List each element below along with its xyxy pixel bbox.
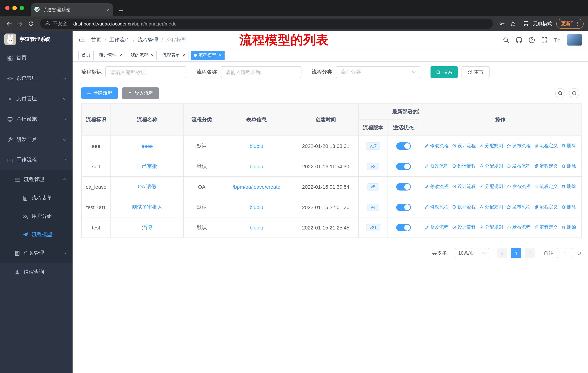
sidebar-item-task-management[interactable]: 任务管理 bbox=[0, 244, 73, 263]
new-tab-button[interactable]: + bbox=[119, 7, 123, 14]
action-delete[interactable]: 删除 bbox=[561, 224, 576, 231]
action-assign[interactable]: 分配规则 bbox=[479, 163, 503, 169]
action-edit[interactable]: 修改流程 bbox=[425, 204, 448, 210]
next-page-button[interactable] bbox=[525, 248, 535, 258]
breadcrumb-item[interactable]: 工作流程 bbox=[109, 37, 130, 43]
user-avatar[interactable] bbox=[567, 34, 582, 46]
create-process-button[interactable]: 新建流程 bbox=[81, 87, 118, 99]
key-icon[interactable] bbox=[497, 19, 507, 28]
tag-tenant-management[interactable]: 租户管理× bbox=[96, 50, 125, 60]
filter-category-select[interactable]: 流程分类 bbox=[336, 66, 420, 78]
help-icon[interactable] bbox=[529, 37, 535, 43]
reset-button[interactable]: 重置 bbox=[462, 66, 490, 78]
sidebar-item-payment-management[interactable]: 支付管理 bbox=[0, 89, 73, 109]
form-info-link[interactable]: biubiu bbox=[250, 204, 263, 210]
goto-page-input[interactable] bbox=[557, 248, 573, 258]
sidebar-item-infrastructure[interactable]: 基础设施 bbox=[0, 109, 73, 129]
sidebar-item-home[interactable]: 首页 bbox=[0, 48, 73, 68]
breadcrumb-item[interactable]: 流程管理 bbox=[138, 37, 158, 43]
github-icon[interactable] bbox=[515, 36, 522, 43]
action-assign[interactable]: 分配规则 bbox=[479, 143, 503, 149]
model-name-link[interactable]: 滔博 bbox=[142, 224, 152, 230]
bookmark-star-icon[interactable] bbox=[508, 19, 518, 28]
tag-close-icon[interactable]: × bbox=[151, 53, 153, 58]
action-delete[interactable]: 删除 bbox=[561, 184, 576, 190]
model-name-link[interactable]: 自己审批 bbox=[137, 163, 157, 169]
active-toggle[interactable] bbox=[396, 224, 411, 231]
sidebar-item-process-management[interactable]: 流程管理 bbox=[0, 170, 73, 189]
action-edit[interactable]: 修改流程 bbox=[425, 184, 448, 190]
font-size-icon[interactable]: TT bbox=[554, 37, 561, 43]
form-info-link[interactable]: biubiu bbox=[250, 225, 263, 230]
tag-home[interactable]: 首页 bbox=[78, 50, 94, 60]
form-info-link[interactable]: biubiu bbox=[250, 143, 263, 149]
action-definition[interactable]: 流程定义 bbox=[534, 163, 558, 169]
action-design[interactable]: 设计流程 bbox=[452, 204, 476, 210]
action-assign[interactable]: 分配规则 bbox=[479, 224, 503, 231]
prev-page-button[interactable] bbox=[497, 248, 507, 258]
window-minimize-button[interactable] bbox=[12, 6, 17, 10]
action-delete[interactable]: 删除 bbox=[561, 204, 576, 210]
page-number-button[interactable]: 1 bbox=[511, 248, 521, 258]
action-definition[interactable]: 流程定义 bbox=[534, 204, 558, 210]
action-edit[interactable]: 修改流程 bbox=[425, 143, 448, 149]
action-assign[interactable]: 分配规则 bbox=[479, 204, 503, 210]
sidebar-item-workflow[interactable]: 工作流程 bbox=[0, 150, 73, 170]
breadcrumb-item[interactable]: 首页 bbox=[91, 37, 101, 43]
action-definition[interactable]: 流程定义 bbox=[534, 184, 558, 190]
model-name-link[interactable]: OA 请假 bbox=[138, 183, 157, 189]
show-search-button[interactable] bbox=[555, 88, 565, 98]
back-button[interactable] bbox=[4, 19, 14, 28]
filter-id-input[interactable] bbox=[105, 66, 186, 78]
address-bar[interactable]: 不安全 dashboard.yudao.iocoder.cn/bpm/manag… bbox=[40, 19, 493, 29]
filter-name-input[interactable] bbox=[220, 66, 302, 78]
sidebar-toggle-icon[interactable] bbox=[78, 36, 85, 43]
tag-my-process[interactable]: 我的流程× bbox=[127, 50, 157, 60]
tag-close-icon[interactable]: × bbox=[119, 53, 122, 58]
sidebar-item-user-group[interactable]: 用户分组 bbox=[0, 207, 73, 225]
tab-close-icon[interactable]: × bbox=[106, 7, 109, 13]
form-info-link[interactable]: biubiu bbox=[250, 163, 263, 169]
window-close-button[interactable] bbox=[5, 6, 10, 10]
reload-button[interactable] bbox=[26, 19, 36, 28]
action-definition[interactable]: 流程定义 bbox=[534, 143, 558, 149]
sidebar-item-dev-tools[interactable]: 研发工具 bbox=[0, 129, 73, 150]
action-delete[interactable]: 删除 bbox=[561, 143, 576, 149]
action-edit[interactable]: 修改流程 bbox=[425, 163, 448, 169]
browser-tab[interactable]: 芋道管理系统 × bbox=[31, 3, 113, 16]
tag-process-model[interactable]: 流程模型× bbox=[191, 50, 225, 60]
action-publish[interactable]: 发布流程 bbox=[507, 143, 530, 149]
search-button[interactable]: 搜索 bbox=[430, 66, 458, 78]
active-toggle[interactable] bbox=[396, 142, 411, 150]
active-toggle[interactable] bbox=[396, 203, 411, 211]
active-toggle[interactable] bbox=[396, 163, 411, 170]
action-publish[interactable]: 发布流程 bbox=[507, 224, 530, 231]
action-publish[interactable]: 发布流程 bbox=[507, 163, 530, 169]
search-icon[interactable] bbox=[503, 37, 509, 43]
action-assign[interactable]: 分配规则 bbox=[479, 184, 503, 190]
action-design[interactable]: 设计流程 bbox=[452, 224, 476, 231]
update-button[interactable]: 更新 bbox=[556, 19, 584, 29]
action-publish[interactable]: 发布流程 bbox=[507, 204, 530, 210]
page-size-select[interactable]: 10条/页 bbox=[455, 248, 489, 258]
kebab-menu-icon[interactable] bbox=[575, 21, 580, 26]
action-delete[interactable]: 删除 bbox=[561, 163, 576, 169]
refresh-table-button[interactable] bbox=[569, 88, 579, 98]
action-design[interactable]: 设计流程 bbox=[452, 143, 476, 149]
fullscreen-icon[interactable] bbox=[541, 37, 547, 43]
action-design[interactable]: 设计流程 bbox=[452, 163, 476, 169]
tag-close-icon[interactable]: × bbox=[219, 53, 221, 58]
form-info-link[interactable]: /bpm/oa/leave/create bbox=[232, 184, 280, 190]
sidebar-item-process-model[interactable]: 流程模型 bbox=[0, 225, 73, 244]
tag-process-form[interactable]: 流程表单× bbox=[159, 50, 188, 60]
model-name-link[interactable]: 测试多审批人 bbox=[132, 204, 162, 210]
action-edit[interactable]: 修改流程 bbox=[425, 224, 448, 231]
model-name-link[interactable]: eeee bbox=[141, 143, 153, 149]
action-design[interactable]: 设计流程 bbox=[452, 184, 476, 190]
sidebar-item-system-management[interactable]: 系统管理 bbox=[0, 68, 73, 89]
action-definition[interactable]: 流程定义 bbox=[534, 224, 558, 231]
sidebar-item-leave-query[interactable]: 请假查询 bbox=[0, 263, 73, 282]
sidebar-item-process-form[interactable]: 流程表单 bbox=[0, 189, 73, 207]
forward-button[interactable] bbox=[15, 19, 25, 28]
active-toggle[interactable] bbox=[396, 183, 411, 190]
